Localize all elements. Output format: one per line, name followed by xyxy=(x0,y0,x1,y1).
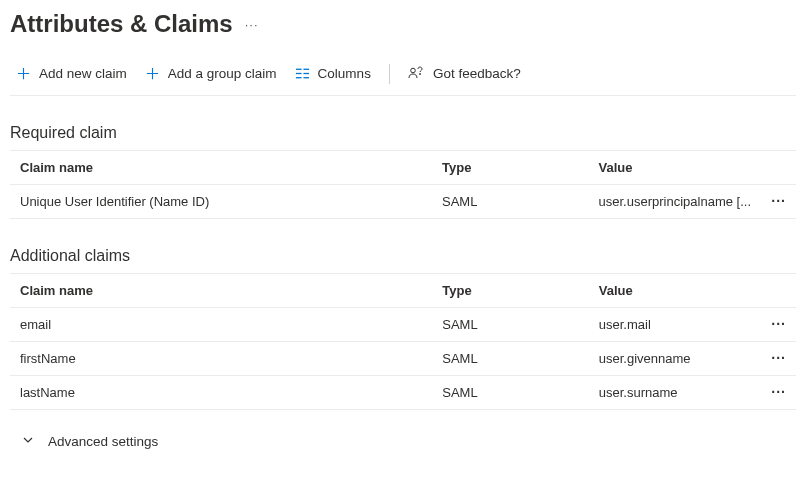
table-row[interactable]: Unique User Identifier (Name ID)SAMLuser… xyxy=(10,185,796,219)
feedback-label: Got feedback? xyxy=(433,66,521,81)
row-more-icon[interactable]: ··· xyxy=(771,317,786,331)
column-header-value[interactable]: Value xyxy=(589,151,762,185)
cell-value: user.mail xyxy=(589,308,762,342)
column-header-name[interactable]: Claim name xyxy=(10,151,432,185)
cell-claim-name: Unique User Identifier (Name ID) xyxy=(10,185,432,219)
required-claim-table: Claim name Type Value Unique User Identi… xyxy=(10,150,796,219)
feedback-button[interactable]: Got feedback? xyxy=(402,62,527,85)
table-row[interactable]: emailSAMLuser.mail··· xyxy=(10,308,796,342)
additional-claims-heading: Additional claims xyxy=(10,247,796,265)
cell-value: user.userprincipalname [... xyxy=(589,185,762,219)
cell-type: SAML xyxy=(432,376,589,410)
cell-claim-name: lastName xyxy=(10,376,432,410)
columns-label: Columns xyxy=(318,66,371,81)
column-header-name[interactable]: Claim name xyxy=(10,274,432,308)
columns-icon xyxy=(295,67,310,80)
plus-icon xyxy=(145,66,160,81)
svg-point-7 xyxy=(419,74,420,75)
add-group-claim-button[interactable]: Add a group claim xyxy=(139,62,283,85)
additional-claims-table: Claim name Type Value emailSAMLuser.mail… xyxy=(10,273,796,410)
add-new-claim-label: Add new claim xyxy=(39,66,127,81)
table-row[interactable]: firstNameSAMLuser.givenname··· xyxy=(10,342,796,376)
plus-icon xyxy=(16,66,31,81)
row-more-icon[interactable]: ··· xyxy=(771,351,786,365)
column-header-type[interactable]: Type xyxy=(432,274,589,308)
add-group-claim-label: Add a group claim xyxy=(168,66,277,81)
add-new-claim-button[interactable]: Add new claim xyxy=(10,62,133,85)
row-more-icon[interactable]: ··· xyxy=(771,194,786,208)
page-title-text: Attributes & Claims xyxy=(10,10,233,38)
title-more-icon[interactable]: ··· xyxy=(245,17,259,32)
chevron-down-icon xyxy=(22,434,34,449)
toolbar: Add new claim Add a group claim Columns xyxy=(10,62,796,96)
row-more-icon[interactable]: ··· xyxy=(771,385,786,399)
advanced-settings-toggle[interactable]: Advanced settings xyxy=(10,434,796,449)
cell-value: user.givenname xyxy=(589,342,762,376)
cell-claim-name: firstName xyxy=(10,342,432,376)
toolbar-divider xyxy=(389,64,390,84)
svg-point-6 xyxy=(411,68,416,73)
cell-claim-name: email xyxy=(10,308,432,342)
feedback-icon xyxy=(408,66,425,81)
cell-type: SAML xyxy=(432,342,589,376)
cell-value: user.surname xyxy=(589,376,762,410)
columns-button[interactable]: Columns xyxy=(289,62,377,85)
advanced-settings-label: Advanced settings xyxy=(48,434,158,449)
cell-type: SAML xyxy=(432,185,589,219)
page-title: Attributes & Claims ··· xyxy=(10,10,796,38)
required-claim-heading: Required claim xyxy=(10,124,796,142)
cell-type: SAML xyxy=(432,308,589,342)
column-header-type[interactable]: Type xyxy=(432,151,589,185)
column-header-value[interactable]: Value xyxy=(589,274,762,308)
table-row[interactable]: lastNameSAMLuser.surname··· xyxy=(10,376,796,410)
